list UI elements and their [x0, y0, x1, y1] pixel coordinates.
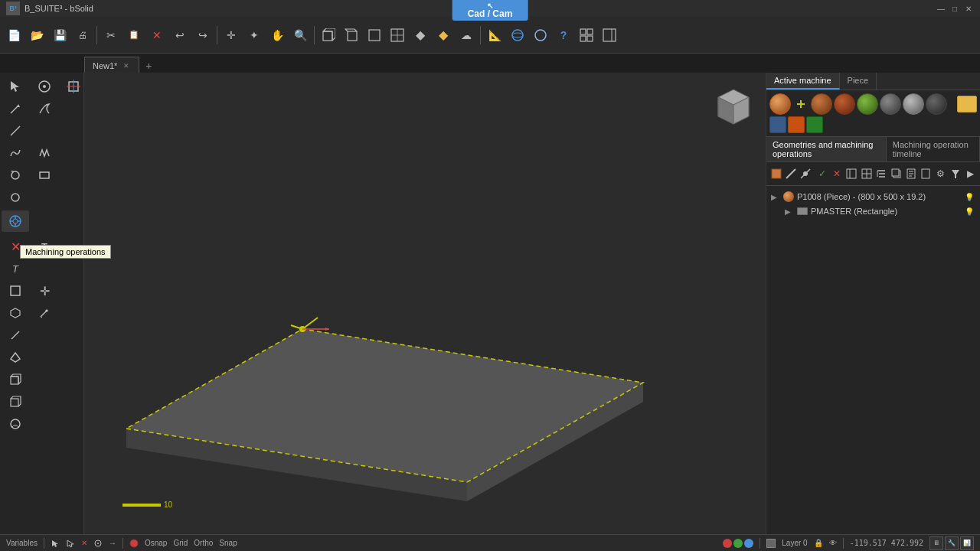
3d-box2-button[interactable]: [2, 369, 29, 390]
circle2-button[interactable]: [2, 413, 29, 435]
circle-button[interactable]: [2, 187, 29, 208]
copy-button[interactable]: 📋: [123, 24, 145, 46]
tab-add-button[interactable]: +: [141, 58, 156, 73]
ortho-label[interactable]: Ortho: [194, 539, 213, 547]
close-button[interactable]: ✕: [963, 3, 974, 14]
print-button[interactable]: 🖨: [72, 24, 93, 46]
delete-button[interactable]: ✕: [146, 24, 168, 46]
material-yellow-button[interactable]: [957, 96, 977, 112]
redo-button[interactable]: ↪: [192, 24, 214, 46]
pencil2-button[interactable]: [2, 324, 29, 346]
geo-copy-button[interactable]: [890, 165, 903, 183]
zoom-button[interactable]: 🔍: [289, 24, 311, 46]
geo-point-button[interactable]: [799, 165, 812, 183]
geo-filter-button[interactable]: [949, 165, 962, 183]
viewport[interactable]: 10: [84, 73, 766, 551]
zigzag-button[interactable]: [31, 142, 58, 164]
rect-button[interactable]: [31, 165, 58, 186]
geo-x-button[interactable]: ✕: [830, 165, 843, 183]
sphere-button[interactable]: [507, 24, 528, 46]
material-gray-button[interactable]: [880, 93, 901, 115]
line-button[interactable]: [2, 120, 29, 142]
view-box4-button[interactable]: [387, 24, 408, 46]
measure-button[interactable]: 📐: [484, 24, 505, 46]
curve-button[interactable]: [2, 142, 29, 164]
tab-piece[interactable]: Piece: [840, 73, 877, 90]
cut-button[interactable]: ✂: [100, 24, 122, 46]
geo-doc-button[interactable]: [904, 165, 917, 183]
tree-item-pmaster[interactable]: ▶ PMASTER (Rectangle) 💡: [769, 204, 977, 218]
maximize-button[interactable]: □: [949, 3, 960, 14]
view-box3-button[interactable]: [364, 24, 385, 46]
view-box2-button[interactable]: [341, 24, 362, 46]
tree-expand-piece[interactable]: ▶: [771, 193, 780, 201]
grid-label[interactable]: Grid: [173, 539, 188, 547]
3d-box1-button[interactable]: [2, 302, 29, 324]
tab-new1[interactable]: New1* ✕: [84, 57, 139, 73]
geo-tree-button[interactable]: [875, 165, 888, 183]
tree-item-piece[interactable]: ▶ P1008 (Piece) - (800 x 500 x 19.2) 💡: [769, 189, 977, 204]
tab-machining-timeline[interactable]: Machining operation timeline: [887, 137, 980, 161]
panel-button[interactable]: [599, 24, 620, 46]
pan-button[interactable]: ✋: [266, 24, 288, 46]
tree-visibility-piece[interactable]: 💡: [965, 193, 975, 201]
plus3d-button[interactable]: ✛: [31, 280, 58, 302]
geo-settings-button[interactable]: ⚙: [934, 165, 947, 183]
geo-grid-button[interactable]: [860, 165, 873, 183]
cadcam-button[interactable]: ↖ Cad / Cam: [452, 0, 528, 21]
shape-button[interactable]: [2, 347, 29, 368]
tree-visibility-pmaster[interactable]: 💡: [965, 207, 975, 216]
snap-button[interactable]: ✦: [243, 24, 265, 46]
minimize-button[interactable]: —: [936, 3, 946, 14]
tab-close-button[interactable]: ✕: [122, 61, 131, 70]
transform-button[interactable]: [60, 76, 84, 97]
tree-expand-pmaster[interactable]: ▶: [785, 207, 794, 216]
save-button[interactable]: 💾: [49, 24, 70, 46]
tab-active-machine[interactable]: Active machine: [766, 73, 840, 90]
rotate-view-button[interactable]: [2, 165, 29, 186]
crosshair-button[interactable]: ✛: [220, 24, 242, 46]
orbit-button[interactable]: [31, 76, 58, 97]
variables-button[interactable]: Variables: [6, 539, 38, 547]
view-diamond-button[interactable]: ◆: [410, 24, 431, 46]
sphere2-button[interactable]: [530, 24, 551, 46]
undo-button[interactable]: ↩: [169, 24, 191, 46]
material-orange-button[interactable]: [769, 93, 791, 115]
geo-more-button[interactable]: ▶: [964, 165, 977, 183]
cloud-button[interactable]: ☁: [456, 24, 477, 46]
material-add-button[interactable]: [792, 96, 809, 112]
3d-box3-button[interactable]: [2, 391, 29, 412]
material-icon2-button[interactable]: [769, 116, 786, 133]
geo-check-button[interactable]: ✓: [815, 165, 828, 183]
italic-text-button[interactable]: T: [2, 258, 29, 279]
view-diamond2-button[interactable]: ◆: [433, 24, 454, 46]
material-brown-button[interactable]: [811, 93, 832, 115]
tab-geo-machining[interactable]: Geometries and machining operations: [766, 137, 887, 161]
window-controls[interactable]: — □ ✕: [936, 3, 974, 14]
material-green-button[interactable]: [857, 93, 878, 115]
geo-line-button[interactable]: [784, 165, 797, 183]
osnap-label[interactable]: Osnap: [145, 539, 167, 547]
material-icon3-button[interactable]: [788, 116, 805, 133]
select-tool-button[interactable]: [2, 76, 29, 97]
pen-button[interactable]: [2, 98, 29, 119]
arrow-button[interactable]: [31, 98, 58, 119]
material-dark2-button[interactable]: [926, 93, 947, 115]
view-cube[interactable]: [710, 82, 756, 128]
material-silver-button[interactable]: [903, 93, 924, 115]
snap-label[interactable]: Snap: [219, 539, 237, 547]
geo-blank-button[interactable]: [920, 165, 933, 183]
geo-expand-button[interactable]: [845, 165, 858, 183]
material-dark-button[interactable]: [834, 93, 855, 115]
material-icon4-button[interactable]: [806, 116, 823, 133]
rect2-button[interactable]: [2, 280, 29, 302]
grid-view-button[interactable]: [576, 24, 597, 46]
help-button[interactable]: ?: [553, 24, 574, 46]
layer-label[interactable]: Layer 0: [782, 539, 807, 547]
geo-face-button[interactable]: [769, 165, 782, 183]
view-box1-button[interactable]: [318, 24, 339, 46]
pencil-button[interactable]: [31, 302, 58, 324]
open-button[interactable]: 📂: [26, 24, 47, 46]
new-button[interactable]: 📄: [3, 24, 24, 46]
machining-ops-button[interactable]: [2, 210, 29, 232]
